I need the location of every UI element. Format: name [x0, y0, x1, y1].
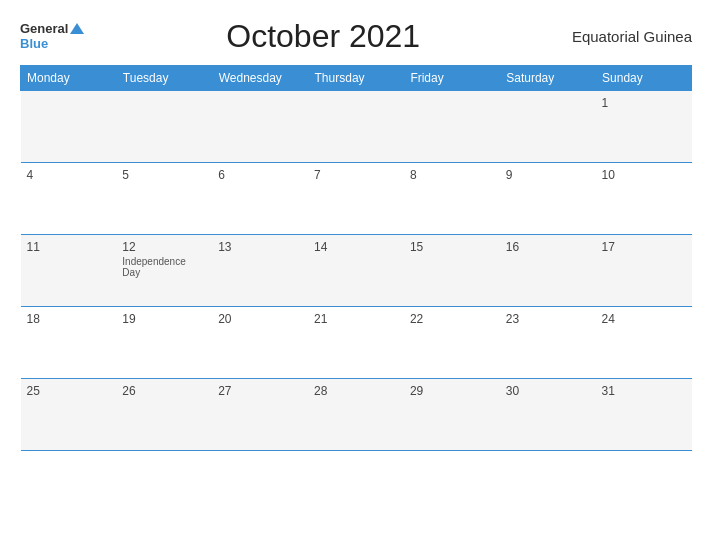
calendar-week-3: 1112Independence Day1314151617	[21, 235, 692, 307]
day-cell: 12Independence Day	[116, 235, 212, 307]
day-cell	[116, 91, 212, 163]
day-cell	[404, 91, 500, 163]
day-cell: 1	[596, 91, 692, 163]
calendar-table: Monday Tuesday Wednesday Thursday Friday…	[20, 65, 692, 451]
day-cell: 20	[212, 307, 308, 379]
day-cell: 24	[596, 307, 692, 379]
day-cell: 25	[21, 379, 117, 451]
day-cell: 15	[404, 235, 500, 307]
day-cell: 21	[308, 307, 404, 379]
day-cell: 31	[596, 379, 692, 451]
day-cell: 11	[21, 235, 117, 307]
day-cell: 23	[500, 307, 596, 379]
calendar-header-row: Monday Tuesday Wednesday Thursday Friday…	[21, 66, 692, 91]
day-cell: 18	[21, 307, 117, 379]
day-cell: 4	[21, 163, 117, 235]
day-cell: 5	[116, 163, 212, 235]
calendar-week-5: 25262728293031	[21, 379, 692, 451]
day-cell: 16	[500, 235, 596, 307]
day-cell: 19	[116, 307, 212, 379]
col-monday: Monday	[21, 66, 117, 91]
col-sunday: Sunday	[596, 66, 692, 91]
day-cell: 14	[308, 235, 404, 307]
day-cell: 26	[116, 379, 212, 451]
logo: General Blue	[20, 22, 84, 51]
region-label: Equatorial Guinea	[562, 28, 692, 45]
calendar-week-1: 1	[21, 91, 692, 163]
day-cell: 28	[308, 379, 404, 451]
col-wednesday: Wednesday	[212, 66, 308, 91]
logo-blue-text: Blue	[20, 37, 48, 51]
calendar-week-4: 18192021222324	[21, 307, 692, 379]
day-cell: 27	[212, 379, 308, 451]
day-cell: 17	[596, 235, 692, 307]
day-cell: 13	[212, 235, 308, 307]
logo-triangle-icon	[70, 23, 84, 34]
day-cell: 9	[500, 163, 596, 235]
day-cell	[308, 91, 404, 163]
day-cell	[21, 91, 117, 163]
day-cell: 10	[596, 163, 692, 235]
day-cell: 22	[404, 307, 500, 379]
col-tuesday: Tuesday	[116, 66, 212, 91]
calendar-title: October 2021	[84, 18, 562, 55]
col-friday: Friday	[404, 66, 500, 91]
day-cell: 8	[404, 163, 500, 235]
calendar-week-2: 45678910	[21, 163, 692, 235]
day-cell	[212, 91, 308, 163]
col-saturday: Saturday	[500, 66, 596, 91]
logo-general-text: General	[20, 22, 68, 36]
day-cell: 29	[404, 379, 500, 451]
day-cell: 6	[212, 163, 308, 235]
day-cell	[500, 91, 596, 163]
day-cell: 7	[308, 163, 404, 235]
col-thursday: Thursday	[308, 66, 404, 91]
page: General Blue October 2021 Equatorial Gui…	[0, 0, 712, 550]
header: General Blue October 2021 Equatorial Gui…	[20, 18, 692, 55]
day-cell: 30	[500, 379, 596, 451]
